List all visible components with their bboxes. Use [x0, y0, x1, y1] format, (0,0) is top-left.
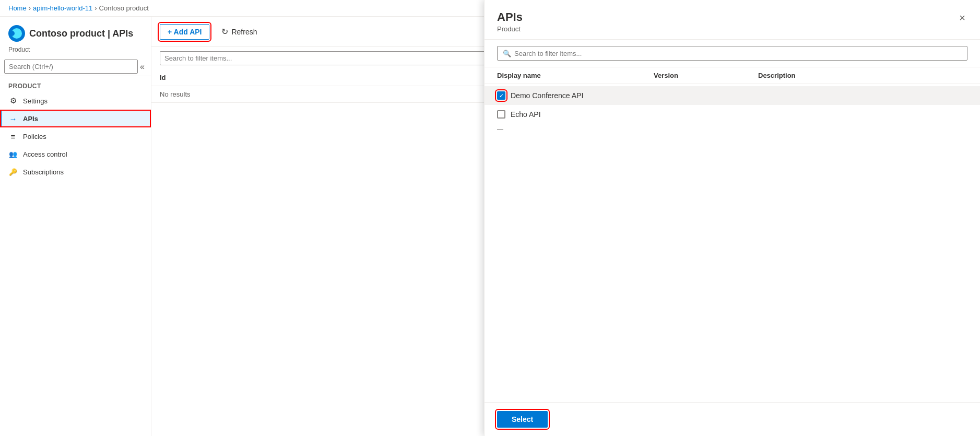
- sidebar-header: Contoso product | APIs: [0, 17, 151, 46]
- sidebar-nav: Product Settings APIs Policies Access co…: [0, 76, 151, 436]
- panel-col-description: Description: [758, 72, 967, 79]
- access-icon: [8, 149, 18, 159]
- demo-conference-row-content: ✓ Demo Conference API: [497, 91, 654, 100]
- gear-icon: [8, 96, 18, 105]
- echo-row-content: Echo API: [497, 110, 654, 119]
- refresh-icon: [221, 27, 228, 37]
- breadcrumb-home[interactable]: Home: [8, 4, 27, 12]
- panel-title: APIs: [497, 10, 523, 24]
- panel-subtitle: Product: [497, 25, 523, 33]
- sidebar-item-settings-label: Settings: [23, 97, 48, 105]
- demo-conference-checkbox[interactable]: ✓: [497, 91, 505, 100]
- select-button[interactable]: Select: [497, 411, 548, 428]
- sidebar-subtitle: Product: [0, 46, 151, 57]
- panel-col-version: Version: [654, 72, 758, 79]
- product-section-label: Product: [0, 76, 151, 92]
- sidebar-item-settings[interactable]: Settings: [0, 92, 151, 110]
- panel-search-input[interactable]: [514, 50, 962, 57]
- panel-table-body: ✓ Demo Conference API Echo API —: [485, 84, 980, 402]
- sidebar-item-apis-label: APIs: [23, 115, 38, 123]
- panel-footer: Select: [485, 402, 980, 436]
- echo-api-checkbox[interactable]: [497, 110, 505, 119]
- panel-row-echo: Echo API: [485, 105, 980, 124]
- panel-divider: —: [485, 124, 980, 135]
- echo-api-name: Echo API: [511, 110, 541, 119]
- sidebar-item-access-label: Access control: [23, 150, 67, 158]
- panel-search-icon: [503, 49, 511, 57]
- panel-col-display-name: Display name: [497, 72, 654, 79]
- sidebar-search-input[interactable]: [4, 60, 138, 74]
- breadcrumb-sep-1: ›: [29, 4, 31, 12]
- sidebar: Contoso product | APIs Product « Product…: [0, 17, 151, 436]
- sidebar-item-policies[interactable]: Policies: [0, 127, 151, 145]
- sidebar-item-subscriptions-label: Subscriptions: [23, 168, 64, 176]
- panel-search-area: [485, 40, 980, 67]
- apis-panel: APIs Product × Display name Version Desc…: [484, 0, 980, 436]
- refresh-label: Refresh: [231, 28, 257, 36]
- product-logo: [8, 25, 25, 42]
- sidebar-item-access-control[interactable]: Access control: [0, 145, 151, 163]
- sidebar-item-apis[interactable]: APIs: [0, 110, 151, 127]
- sidebar-item-policies-label: Policies: [23, 133, 46, 140]
- breadcrumb-current: Contoso product: [99, 4, 149, 12]
- logo-inner: [11, 28, 22, 39]
- apis-icon: [8, 114, 18, 123]
- panel-search-inner: [497, 46, 967, 61]
- subscriptions-icon: [8, 167, 18, 176]
- sidebar-title: Contoso product | APIs: [29, 28, 133, 39]
- breadcrumb-sep-2: ›: [95, 4, 97, 12]
- collapse-button[interactable]: «: [138, 60, 147, 74]
- breadcrumb-apim[interactable]: apim-hello-world-11: [33, 4, 92, 12]
- sidebar-item-subscriptions[interactable]: Subscriptions: [0, 163, 151, 181]
- refresh-button[interactable]: Refresh: [214, 23, 265, 40]
- sidebar-title-block: Contoso product | APIs: [29, 28, 133, 39]
- panel-table-header: Display name Version Description: [485, 67, 980, 84]
- panel-header: APIs Product ×: [485, 0, 980, 40]
- add-api-button[interactable]: + Add API: [160, 24, 209, 40]
- demo-conference-name: Demo Conference API: [511, 91, 583, 100]
- policies-icon: [8, 132, 18, 141]
- panel-title-block: APIs Product: [497, 10, 523, 33]
- sidebar-search-row: «: [0, 57, 151, 76]
- panel-close-button[interactable]: ×: [957, 10, 967, 25]
- panel-row-demo-conference: ✓ Demo Conference API: [485, 86, 980, 105]
